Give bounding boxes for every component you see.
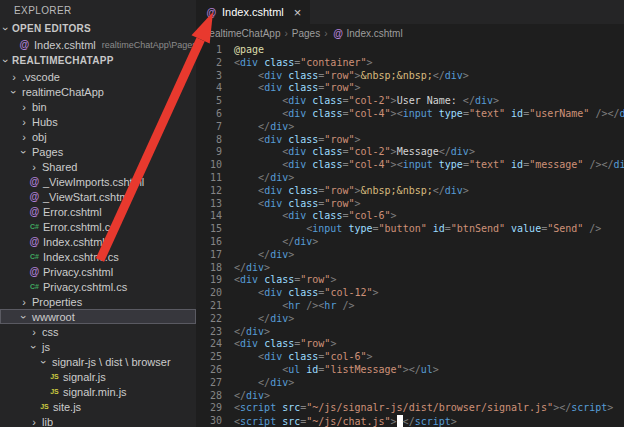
line-number: 7 — [196, 121, 222, 134]
code-line[interactable]: 5 <div class="col-2">User Name: </div> — [196, 95, 624, 108]
breadcrumb-item-index-cshtml[interactable]: @Index.cshtml — [332, 28, 403, 39]
razor-file-icon: @ — [28, 206, 41, 217]
breadcrumb-item-pages[interactable]: Pages — [292, 28, 320, 39]
vscode-window: EXPLORER › OPEN EDITORS @ Index.cshtml r… — [0, 0, 624, 427]
code-line[interactable]: 22 </div> — [196, 313, 624, 326]
open-editor-item-index-cshtml[interactable]: @ Index.cshtml realtimeChatApp\Pages — [0, 37, 196, 52]
tree-item-privacy-cshtml[interactable]: @Privacy.cshtml — [0, 264, 196, 279]
tree-item-signalr-min-js[interactable]: JSsignalr.min.js — [0, 384, 196, 399]
tree-item-privacy-cshtml-cs[interactable]: C#Privacy.cshtml.cs — [0, 279, 196, 294]
tree-item-label: Privacy.cshtml — [43, 266, 113, 278]
code-line[interactable]: 20 <div class="col-12"> — [196, 287, 624, 300]
chevron-down-icon[interactable]: › — [0, 55, 12, 67]
tree-item-signalr-js[interactable]: JSsignalr.js — [0, 369, 196, 384]
code-line[interactable]: 17 </div> — [196, 249, 624, 262]
close-icon[interactable]: × — [294, 6, 302, 19]
chevron-right-icon[interactable]: › — [18, 116, 30, 128]
code-line[interactable]: 30<script src="~/js/chat.js"></script> — [196, 415, 624, 427]
code-line[interactable]: 6 <div class="col-4"><input type="text" … — [196, 108, 624, 121]
code-line[interactable]: 25 <div class="col-6"> — [196, 351, 624, 364]
tree-item-css[interactable]: ›css — [0, 324, 196, 339]
code-text: <hr /><hr /> — [222, 300, 354, 313]
tree-item-error-cshtml[interactable]: @Error.cshtml — [0, 204, 196, 219]
code-text: <ul id="listMessage"></ul> — [222, 364, 439, 377]
code-line[interactable]: 4 <div class="row"> — [196, 82, 624, 95]
code-text: </div> — [222, 249, 294, 262]
breadcrumb-label: Pages — [292, 28, 320, 39]
code-line[interactable]: 3 <div class="row">&nbsp;&nbsp;</div> — [196, 70, 624, 83]
tab-index-cshtml[interactable]: @ Index.cshtml × — [196, 0, 310, 24]
chevron-down-icon[interactable]: › — [38, 356, 50, 368]
tree-item-vscode[interactable]: ›.vscode — [0, 69, 196, 84]
tree-item-bin[interactable]: ›bin — [0, 99, 196, 114]
tree-item-signalr-js-dist-browser[interactable]: ›signalr-js \ dist \ browser — [0, 354, 196, 369]
chevron-right-icon[interactable]: › — [18, 296, 30, 308]
code-text: </div> — [222, 390, 270, 403]
line-number: 1 — [196, 44, 222, 57]
code-line[interactable]: 21 <hr /><hr /> — [196, 300, 624, 313]
chevron-right-icon[interactable]: › — [28, 416, 40, 427]
code-line[interactable]: 2<div class="container"> — [196, 57, 624, 70]
tree-item-label: Shared — [42, 161, 77, 173]
code-line[interactable]: 14 <div class="col-6"> — [196, 210, 624, 223]
code-line[interactable]: 11 </div> — [196, 172, 624, 185]
chevron-down-icon[interactable]: › — [8, 86, 20, 98]
code-line[interactable]: 7 </div> — [196, 121, 624, 134]
chevron-right-icon[interactable]: › — [18, 131, 30, 143]
chevron-down-icon[interactable]: › — [28, 341, 40, 353]
razor-file-icon: @ — [28, 176, 41, 187]
code-line[interactable]: 24<div class="row"> — [196, 338, 624, 351]
code-line[interactable]: 16 </div> — [196, 236, 624, 249]
code-line[interactable]: 13 <div class="row"> — [196, 198, 624, 211]
tree-item-realtimechatapp[interactable]: ›realtimeChatApp — [0, 84, 196, 99]
code-line[interactable]: 23</div> — [196, 326, 624, 339]
tree-item-viewimports-cshtml[interactable]: @_ViewImports.cshtml — [0, 174, 196, 189]
code-text: <div class="row"> — [222, 134, 361, 147]
code-line[interactable]: 12 <div class="row">&nbsp;&nbsp;</div> — [196, 185, 624, 198]
tree-item-label: bin — [32, 101, 47, 113]
tree-item-site-js[interactable]: JSsite.js — [0, 399, 196, 414]
tree-item-pages[interactable]: ›Pages — [0, 144, 196, 159]
tree-item-lib[interactable]: ›lib — [0, 414, 196, 427]
chevron-right-icon[interactable]: › — [8, 71, 20, 83]
breadcrumb: realtimeChatApp›Pages›@Index.cshtml — [196, 24, 624, 42]
line-number: 9 — [196, 146, 222, 159]
workspace-label: REALTIMECHATAPP — [12, 55, 114, 66]
open-editors-header[interactable]: › OPEN EDITORS — [0, 20, 196, 37]
tree-item-obj[interactable]: ›obj — [0, 129, 196, 144]
chevron-right-icon[interactable]: › — [18, 101, 30, 113]
tree-item-hubs[interactable]: ›Hubs — [0, 114, 196, 129]
tree-item-properties[interactable]: ›Properties — [0, 294, 196, 309]
breadcrumb-item-realtimechatapp[interactable]: realtimeChatApp — [206, 28, 280, 39]
razor-file-icon: @ — [28, 191, 41, 202]
tree-item-viewstart-cshtml[interactable]: @_ViewStart.cshtml — [0, 189, 196, 204]
code-line[interactable]: 28</div> — [196, 390, 624, 403]
tree-item-js[interactable]: ›js — [0, 339, 196, 354]
code-line[interactable]: 15 <input type="button" id="btnSend" val… — [196, 223, 624, 236]
code-line[interactable]: 9 <div class="col-2">Message</div> — [196, 146, 624, 159]
chevron-right-icon[interactable]: › — [28, 161, 40, 173]
tree-item-index-cshtml[interactable]: @Index.cshtml — [0, 234, 196, 249]
chevron-down-icon[interactable]: › — [0, 23, 12, 35]
code-line[interactable]: 1@page — [196, 44, 624, 57]
code-text: </div> — [222, 326, 270, 339]
tree-item-error-cshtml-cs[interactable]: C#Error.cshtml.cs — [0, 219, 196, 234]
tree-item-label: Index.cshtml.cs — [43, 251, 119, 263]
code-line[interactable]: 26 <ul id="listMessage"></ul> — [196, 364, 624, 377]
chevron-down-icon[interactable]: › — [18, 311, 30, 323]
tree-item-label: Privacy.cshtml.cs — [43, 281, 127, 293]
code-line[interactable]: 10 <div class="col-4"><input type="text"… — [196, 159, 624, 172]
tree-item-wwwroot[interactable]: ›wwwroot — [0, 309, 196, 324]
code-line[interactable]: 19<div class="row"> — [196, 274, 624, 287]
code-line[interactable]: 27 </div> — [196, 377, 624, 390]
workspace-header[interactable]: › REALTIMECHATAPP — [0, 52, 196, 69]
code-line[interactable]: 18</div> — [196, 262, 624, 275]
chevron-down-icon[interactable]: › — [18, 146, 30, 158]
code-area: 1@page2<div class="container">3 <div cla… — [196, 42, 624, 427]
code-line[interactable]: 29<script src="~/js/signalr-js/dist/brow… — [196, 402, 624, 415]
code-line[interactable]: 8 <div class="row"> — [196, 134, 624, 147]
chevron-right-icon[interactable]: › — [28, 326, 40, 338]
tree-item-index-cshtml-cs[interactable]: C#Index.cshtml.cs — [0, 249, 196, 264]
tree-item-shared[interactable]: ›Shared — [0, 159, 196, 174]
tree-item-label: .vscode — [22, 71, 60, 83]
